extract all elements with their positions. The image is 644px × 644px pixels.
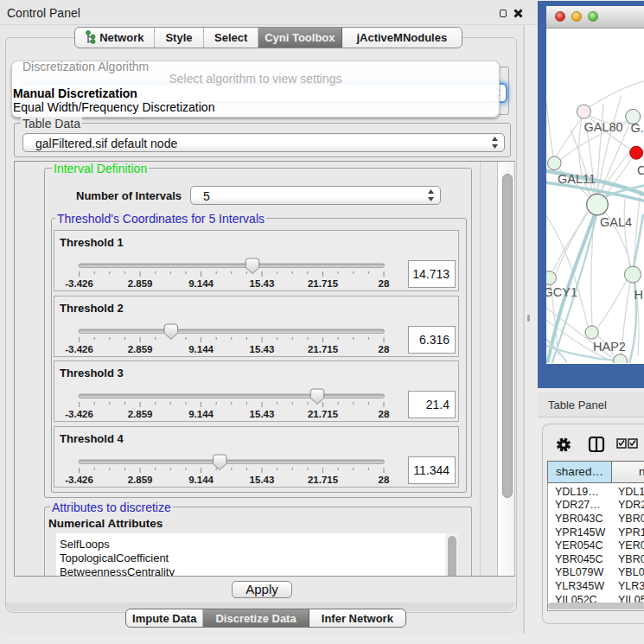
svg-text:HAP2: HAP2	[593, 340, 626, 354]
svg-text:9.144: 9.144	[188, 409, 214, 419]
svg-text:9.144: 9.144	[188, 278, 214, 289]
svg-text:28: 28	[379, 409, 390, 419]
svg-text:GAL80: GAL80	[584, 120, 623, 134]
svg-text:9.144: 9.144	[188, 344, 214, 354]
svg-text:28: 28	[379, 475, 390, 485]
svg-text:2.859: 2.859	[128, 278, 153, 289]
svg-text:21.715: 21.715	[308, 409, 339, 419]
svg-text:28: 28	[379, 278, 390, 289]
svg-text:28: 28	[379, 344, 390, 354]
svg-text:GAL11: GAL11	[558, 172, 596, 186]
svg-text:-3.426: -3.426	[65, 475, 93, 485]
svg-text:15.43: 15.43	[250, 344, 275, 354]
svg-text:GAL4: GAL4	[600, 215, 632, 229]
svg-text:C...: C...	[637, 163, 644, 177]
svg-text:21.715: 21.715	[308, 278, 339, 289]
svg-text:2.859: 2.859	[128, 344, 153, 354]
svg-text:-3.426: -3.426	[65, 278, 93, 289]
svg-text:9.144: 9.144	[188, 475, 214, 485]
svg-text:15.43: 15.43	[250, 475, 275, 485]
svg-text:15.43: 15.43	[250, 409, 275, 419]
svg-text:-3.426: -3.426	[65, 409, 93, 419]
svg-text:21.715: 21.715	[308, 344, 339, 354]
svg-text:2.859: 2.859	[128, 409, 153, 419]
svg-text:21.715: 21.715	[308, 475, 339, 485]
svg-text:G...: G...	[631, 121, 644, 135]
svg-text:GCY1: GCY1	[546, 285, 577, 299]
svg-text:-3.426: -3.426	[65, 344, 93, 354]
svg-text:2.859: 2.859	[128, 475, 153, 485]
svg-text:HI...: HI...	[634, 288, 644, 302]
svg-text:15.43: 15.43	[250, 278, 275, 289]
